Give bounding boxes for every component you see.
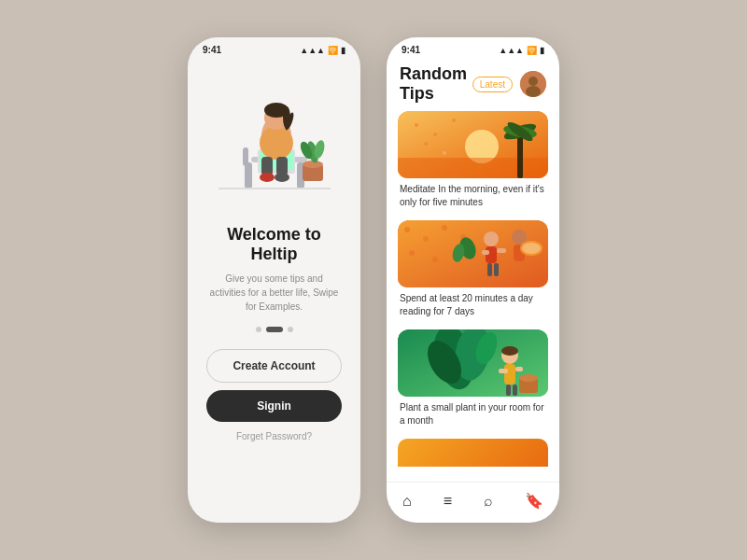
tip-illustration-2 [398, 220, 548, 287]
welcome-subtitle: Give you some tips and activities for a … [206, 272, 342, 314]
person-illustration [200, 63, 349, 213]
svg-rect-63 [499, 369, 508, 373]
svg-rect-65 [506, 385, 511, 396]
nav-bookmark-icon[interactable]: 🔖 [525, 492, 543, 510]
svg-point-44 [484, 231, 499, 246]
user-avatar[interactable] [520, 71, 546, 97]
svg-rect-1 [245, 162, 252, 189]
avatar-image [520, 71, 546, 97]
svg-point-42 [409, 250, 415, 256]
tip-text-2: Spend at least 20 minutes a day reading … [398, 287, 548, 320]
svg-point-35 [424, 142, 428, 146]
tip-image-2 [398, 220, 548, 287]
status-icons-tips: ▲▲▲ 🛜 ▮ [499, 46, 544, 55]
tips-header: Random Tips Latest [387, 59, 559, 111]
illustration-area [188, 59, 360, 217]
tips-page-title: Random Tips [400, 64, 472, 104]
tip-card-4-partial [398, 439, 548, 467]
tip-text-1: Meditate In the morning, even if it's on… [398, 178, 548, 211]
battery-icon-tips: ▮ [540, 46, 544, 55]
forget-password-link[interactable]: Forget Password? [236, 431, 312, 441]
status-icons: ▲▲▲ 🛜 ▮ [300, 46, 345, 55]
tip-card-3[interactable]: Plant a small plant in your room for a m… [398, 329, 548, 429]
svg-rect-64 [515, 367, 523, 371]
status-bar-tips: 9:41 ▲▲▲ 🛜 ▮ [387, 37, 559, 59]
svg-point-23 [529, 77, 538, 86]
svg-point-7 [260, 126, 293, 160]
nav-list-icon[interactable]: ≡ [444, 493, 452, 510]
nav-home-icon[interactable]: ⌂ [402, 493, 412, 510]
svg-rect-62 [504, 364, 515, 385]
svg-point-50 [512, 230, 527, 245]
svg-rect-49 [494, 263, 499, 276]
tip-illustration-1 [398, 111, 548, 178]
login-content: Welcome to Heltip Give you some tips and… [188, 225, 360, 523]
svg-point-69 [519, 374, 538, 382]
status-bar-login: 9:41 ▲▲▲ 🛜 ▮ [188, 37, 360, 59]
svg-rect-47 [497, 248, 506, 253]
svg-point-15 [275, 173, 289, 182]
welcome-title: Welcome to Heltip [206, 225, 342, 264]
wifi-icon: 🛜 [328, 46, 338, 55]
svg-rect-48 [487, 263, 492, 276]
svg-point-32 [415, 123, 418, 127]
carousel-dots [256, 327, 293, 332]
svg-point-34 [452, 119, 456, 122]
svg-point-36 [443, 151, 446, 155]
signal-icon: ▲▲▲ [300, 46, 325, 55]
svg-point-14 [260, 173, 275, 182]
svg-point-33 [433, 133, 437, 136]
tip-card-2[interactable]: Spend at least 20 minutes a day reading … [398, 220, 548, 320]
create-account-button[interactable]: Create Account [206, 349, 342, 383]
wifi-icon-tips: 🛜 [527, 46, 537, 55]
login-phone: 9:41 ▲▲▲ 🛜 ▮ [188, 37, 360, 523]
signin-button[interactable]: Signin [206, 390, 342, 422]
dot-3 [288, 327, 293, 332]
svg-rect-27 [398, 158, 548, 178]
tips-phone: 9:41 ▲▲▲ 🛜 ▮ Random Tips Latest [387, 37, 559, 523]
nav-search-icon[interactable]: ⌕ [484, 493, 493, 510]
svg-point-53 [522, 243, 541, 254]
svg-rect-66 [513, 385, 517, 396]
tip-text-3: Plant a small plant in your room for a m… [398, 397, 548, 429]
svg-rect-46 [482, 250, 489, 255]
tips-list: Meditate In the morning, even if it's on… [387, 111, 559, 482]
dot-2 [266, 327, 283, 332]
svg-point-38 [404, 227, 410, 232]
tip-card-1[interactable]: Meditate In the morning, even if it's on… [398, 111, 548, 211]
status-time: 9:41 [203, 45, 221, 55]
svg-rect-28 [517, 134, 523, 178]
svg-point-67 [501, 346, 518, 356]
status-time-tips: 9:41 [402, 45, 420, 55]
latest-button[interactable]: Latest [472, 77, 513, 92]
signal-icon-tips: ▲▲▲ [499, 46, 524, 55]
tip-image-3 [398, 329, 548, 397]
svg-point-24 [526, 86, 541, 97]
dot-1 [256, 327, 261, 332]
bottom-nav: ⌂ ≡ ⌕ 🔖 [387, 482, 559, 523]
tip-image-1 [398, 111, 548, 178]
svg-point-40 [442, 225, 447, 231]
tip-illustration-3 [398, 329, 548, 397]
svg-point-43 [432, 257, 438, 262]
svg-point-39 [423, 236, 429, 242]
svg-rect-3 [243, 147, 248, 166]
header-right: Latest [472, 71, 546, 97]
battery-icon: ▮ [341, 46, 345, 55]
